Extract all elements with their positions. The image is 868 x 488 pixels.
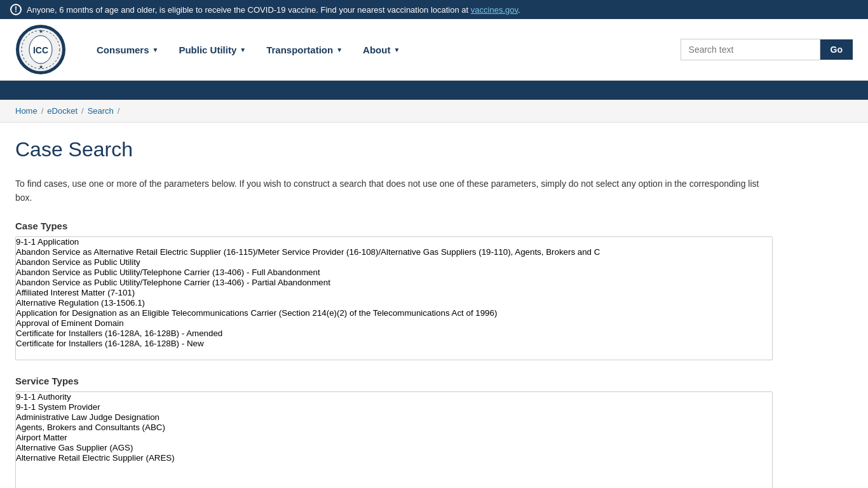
- page-title: Case Search: [15, 138, 773, 161]
- public-utility-dropdown-arrow: ▼: [240, 46, 246, 53]
- list-item[interactable]: Affiliated Interest Matter (7-101): [16, 288, 772, 298]
- search-area: Go: [681, 39, 853, 60]
- page-description: To find cases, use one or more of the pa…: [15, 177, 773, 205]
- list-item[interactable]: Alternative Regulation (13-1506.1): [16, 298, 772, 308]
- info-icon: !: [10, 4, 22, 15]
- icc-logo: ICC ★ ★: [15, 24, 66, 75]
- svg-text:★: ★: [39, 29, 43, 34]
- list-item[interactable]: Approval of Eminent Domain: [16, 318, 772, 329]
- breadcrumb-sep-2: /: [81, 106, 84, 116]
- service-types-listbox[interactable]: 9-1-1 Authority9-1-1 System ProviderAdmi…: [15, 391, 773, 488]
- breadcrumb-area: Home / eDocket / Search /: [0, 100, 868, 123]
- svg-text:★: ★: [39, 64, 43, 70]
- about-dropdown-arrow: ▼: [393, 46, 400, 53]
- search-input[interactable]: [681, 39, 820, 60]
- list-item[interactable]: Airport Matter: [16, 433, 772, 443]
- search-go-button[interactable]: Go: [820, 39, 853, 60]
- list-item[interactable]: Certificate for Installers (16-128A, 16-…: [16, 339, 772, 349]
- list-item[interactable]: 9-1-1 Application: [16, 237, 772, 247]
- covid-banner: ! Anyone, 6 months of age and older, is …: [0, 0, 868, 19]
- breadcrumb-sep-1: /: [41, 106, 44, 116]
- vaccines-link[interactable]: vaccines.gov: [471, 5, 518, 15]
- case-types-listbox[interactable]: 9-1-1 ApplicationAbandon Service as Alte…: [15, 236, 773, 360]
- breadcrumb-home[interactable]: Home: [15, 106, 37, 116]
- logo-area: ICC ★ ★: [15, 24, 66, 75]
- list-item[interactable]: 9-1-1 Authority: [16, 392, 772, 402]
- list-item[interactable]: Alternative Retail Electric Supplier (AR…: [16, 453, 772, 463]
- nav-about[interactable]: About ▼: [353, 39, 410, 60]
- nav-transportation[interactable]: Transportation ▼: [256, 39, 353, 60]
- nav-consumers[interactable]: Consumers ▼: [86, 39, 168, 60]
- list-item[interactable]: Alternative Gas Supplier (AGS): [16, 443, 772, 453]
- svg-text:ICC: ICC: [33, 45, 48, 55]
- service-types-section: Service Types 9-1-1 Authority9-1-1 Syste…: [15, 376, 773, 488]
- breadcrumb-search[interactable]: Search: [88, 106, 114, 116]
- breadcrumb-sep-3: /: [118, 106, 120, 116]
- nav-public-utility[interactable]: Public Utility ▼: [168, 39, 256, 60]
- consumers-dropdown-arrow: ▼: [153, 46, 159, 53]
- list-item[interactable]: Abandon Service as Alternative Retail El…: [16, 247, 772, 257]
- blue-bar: [0, 81, 868, 100]
- list-item[interactable]: Certificate for Installers (16-128A, 16-…: [16, 329, 772, 339]
- breadcrumb-edocket[interactable]: eDocket: [47, 106, 78, 116]
- list-item[interactable]: Abandon Service as Public Utility: [16, 257, 772, 268]
- case-types-section: Case Types 9-1-1 ApplicationAbandon Serv…: [15, 220, 773, 376]
- main-content: Case Search To find cases, use one or mo…: [0, 123, 788, 488]
- list-item[interactable]: Abandon Service as Public Utility/Teleph…: [16, 278, 772, 288]
- breadcrumb: Home / eDocket / Search /: [15, 106, 853, 116]
- transportation-dropdown-arrow: ▼: [336, 46, 342, 53]
- case-types-label: Case Types: [15, 220, 773, 231]
- list-item[interactable]: Application for Designation as an Eligib…: [16, 308, 772, 318]
- service-types-label: Service Types: [15, 376, 773, 386]
- covid-text: Anyone, 6 months of age and older, is el…: [27, 5, 520, 15]
- header: ICC ★ ★ Consumers ▼ Public Utility ▼ Tra…: [0, 19, 868, 81]
- list-item[interactable]: Administrative Law Judge Designation: [16, 412, 772, 423]
- main-nav: Consumers ▼ Public Utility ▼ Transportat…: [86, 39, 660, 60]
- list-item[interactable]: Abandon Service as Public Utility/Teleph…: [16, 268, 772, 278]
- list-item[interactable]: Agents, Brokers and Consultants (ABC): [16, 423, 772, 433]
- list-item[interactable]: 9-1-1 System Provider: [16, 402, 772, 412]
